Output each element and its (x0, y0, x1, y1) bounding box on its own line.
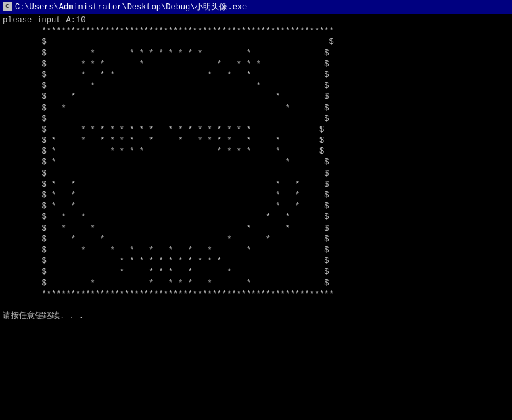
title-bar-text: C:\Users\Administrator\Desktop\Debug\小明头… (15, 1, 247, 13)
console-window: please input A:10 **********************… (0, 14, 512, 420)
title-bar-icon: C (3, 2, 12, 11)
title-bar: C C:\Users\Administrator\Desktop\Debug\小… (0, 0, 512, 14)
